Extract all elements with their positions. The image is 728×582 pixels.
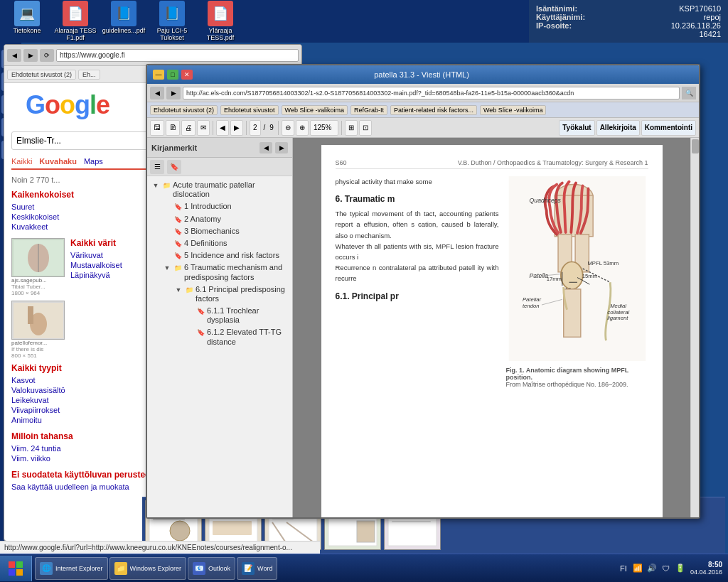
nav-kuvahaku[interactable]: Kuvahaku <box>39 157 77 166</box>
bm-item-6-1-2[interactable]: 🔖 6.1.2 Elevated TT-TG distance <box>181 326 292 347</box>
tray-lang[interactable]: FI <box>618 563 629 574</box>
back-btn[interactable]: ◀ <box>7 49 21 62</box>
maximize-btn[interactable]: □ <box>167 70 178 80</box>
bm-6-1-2-expand <box>186 328 194 337</box>
bm-tab-6[interactable]: Web Slice -valikoima <box>480 105 546 115</box>
result-thumb-1[interactable]: ajs.sagepub... Tibial Tuber... 1800 × 96… <box>11 238 65 296</box>
svg-text:ligament: ligament <box>607 315 628 321</box>
google-logo: Google <box>11 90 109 120</box>
bm-tool-1[interactable]: ☰ <box>150 160 164 174</box>
bm-6-1-1-icon: 🔖 <box>196 307 205 316</box>
desktop-icon-computer[interactable]: 💻 Tietokone <box>6 1 48 42</box>
pdf-forward[interactable]: ▶ <box>166 87 181 99</box>
zoom-level[interactable]: 125% <box>310 120 338 136</box>
desktop-icon-word2[interactable]: 📘 Paju LCI-5 Tulokset <box>151 1 193 42</box>
svg-rect-64 <box>9 569 15 576</box>
page-total: 9 <box>268 124 275 131</box>
bm-6-children: ▼ 📁 6.1 Principal predisposing factors 🔖… <box>159 284 292 348</box>
bm-6-1-2-label: 6.1.2 Elevated TT-TG distance <box>207 328 288 346</box>
bm-tab-5[interactable]: Patient-related risk factors... <box>390 105 477 115</box>
bm-panel-title: Kirjanmerkit <box>151 144 197 152</box>
bm-root-expand[interactable]: ▼ <box>151 181 160 190</box>
pdf-back[interactable]: ◀ <box>150 87 164 99</box>
bm-1-label: 1 Introduction <box>184 202 288 211</box>
bm-expand-btn[interactable]: ▶ <box>275 142 288 153</box>
browser-toolbar: ◀ ▶ ⟳ https://www.google.fi <box>4 45 301 66</box>
toolbar-print[interactable]: 🖨 <box>181 120 196 136</box>
pdf-section-principal: 6.1. Principal pr <box>336 291 499 301</box>
address-bar[interactable]: https://www.google.fi <box>56 49 299 62</box>
forward-btn[interactable]: ▶ <box>23 49 38 62</box>
zoom-out[interactable]: ⊖ <box>282 120 294 136</box>
scrollbar-right[interactable] <box>690 138 699 519</box>
sign-btn[interactable]: Allekirjoita <box>596 120 640 136</box>
taskbar-apps: 🌐 Internet Explorer 📁 Windows Explorer 📧… <box>32 556 612 581</box>
bookmark-2[interactable]: Eh... <box>78 70 100 80</box>
tray-battery[interactable]: 🔋 <box>675 563 686 574</box>
fit-width[interactable]: ⊡ <box>359 120 372 136</box>
sys-tray: FI 📶 🔊 🛡 🔋 <box>618 563 686 574</box>
bm-item-1[interactable]: 🔖 1 Introduction <box>159 200 292 212</box>
pdf-address-bar[interactable]: http://ac.els-cdn.com/S1877056814003302/… <box>183 87 680 99</box>
nav-kaikki[interactable]: Kaikki <box>11 157 32 170</box>
bm-item-4[interactable]: 🔖 4 Definitions <box>159 237 292 249</box>
bm-6-1-icon: 📁 <box>185 286 193 294</box>
desktop-icon-word1[interactable]: 📘 guidelines...pdf <box>102 1 145 42</box>
svg-text:MPFL 53mm: MPFL 53mm <box>587 260 619 266</box>
toolbar-next-page[interactable]: ▶ <box>230 120 243 136</box>
pdf-body-traumatic: The typical movement of th tact, account… <box>336 208 499 241</box>
fit-page[interactable]: ⊞ <box>345 120 358 136</box>
pdf-body-intro: physical activity that make some <box>336 176 499 187</box>
close-btn[interactable]: ✕ <box>181 70 193 80</box>
bm-item-3[interactable]: 🔖 3 Biomechanics <box>159 225 292 237</box>
bm-root-item[interactable]: ▼ 📁 Acute traumatic patellar dislocation <box>147 179 292 200</box>
start-button[interactable] <box>0 556 32 581</box>
bm-6-icon: 📁 <box>173 264 182 272</box>
toolbar-btn-1[interactable]: 🖫 <box>150 120 164 136</box>
bm-tab-3[interactable]: Web Slice -valikoima <box>282 105 348 115</box>
ie-label: Internet Explorer <box>55 565 103 572</box>
system-info: Isäntänimi: KSP170610 Käyttäjänimi: repo… <box>529 0 728 43</box>
bookmark-1[interactable]: Ehdotetut sivustot (2) <box>7 70 76 80</box>
comment-btn[interactable]: Kommentointi <box>641 120 696 136</box>
tray-network[interactable]: 📶 <box>632 563 643 574</box>
refresh-btn[interactable]: ⟳ <box>40 49 54 62</box>
bm-item-2[interactable]: 🔖 2 Anatomy <box>159 213 292 225</box>
page-number[interactable]: 2 <box>250 120 261 136</box>
pdf-titlebar: — □ ✕ patella 31.3 - Viesti (HTML) <box>147 65 699 84</box>
outlook-label: Outlook <box>208 565 230 572</box>
taskbar-outlook[interactable]: 📧 Outlook <box>188 557 235 580</box>
bm-tab-1[interactable]: Ehdotetut sivustot (2) <box>150 105 218 115</box>
bm-6-expand[interactable]: ▼ <box>163 264 171 272</box>
bm-6-1-expand[interactable]: ▼ <box>174 286 183 294</box>
bm-tab-4[interactable]: RefGrab-It <box>350 105 387 115</box>
tools-btn[interactable]: Työkalut <box>559 120 594 136</box>
taskbar-explorer[interactable]: 📁 Windows Explorer <box>109 557 187 580</box>
nav-maps[interactable]: Maps <box>84 157 103 166</box>
minimize-btn[interactable]: — <box>153 70 164 80</box>
tray-volume[interactable]: 🔊 <box>646 563 658 574</box>
zoom-in[interactable]: ⊕ <box>296 120 309 136</box>
result-thumb-2[interactable]: patellofemor... If there is dis 800 × 55… <box>11 301 65 359</box>
address-text: https://www.google.fi <box>60 51 125 59</box>
toolbar-prev-page[interactable]: ◀ <box>216 120 229 136</box>
taskbar-ie[interactable]: 🌐 Internet Explorer <box>35 557 108 580</box>
toolbar-email[interactable]: ✉ <box>197 120 210 136</box>
toolbar-btn-2[interactable]: 🖹 <box>166 120 180 136</box>
bm-collapse-btn[interactable]: ◀ <box>259 142 272 153</box>
bm-tab-2[interactable]: Ehdotetut sivustot <box>220 105 279 115</box>
ie-icon: 🌐 <box>40 562 53 575</box>
pdf-addr-go[interactable]: 🔍 <box>682 87 696 99</box>
pdf-body-recurrence: Recurrence n contralateral pa attributed… <box>336 262 499 284</box>
bm-6-1-1-expand <box>186 307 194 316</box>
bm-item-6-1-1[interactable]: 🔖 6.1.1 Trochlear dysplasia <box>181 305 292 326</box>
bm-item-6-1[interactable]: ▼ 📁 6.1 Principal predisposing factors <box>170 284 292 305</box>
bm-item-6[interactable]: ▼ 📁 6 Traumatic mechanism and predisposi… <box>159 262 292 283</box>
bm-item-5[interactable]: 🔖 5 Incidence and risk factors <box>159 249 292 262</box>
bm-tool-2[interactable]: 🔖 <box>167 160 181 174</box>
pdf-content-area[interactable]: S60 V.B. Duthon / Orthopaedics & Traumat… <box>293 138 690 519</box>
desktop-icon-pdf1[interactable]: 📄 Alaraaja TESS F1.pdf <box>54 1 97 42</box>
taskbar-word[interactable]: 📝 Word <box>237 557 277 580</box>
tray-shield[interactable]: 🛡 <box>660 563 672 574</box>
desktop-icon-pdf2[interactable]: 📄 Yläraaja TESS.pdf <box>199 1 242 42</box>
